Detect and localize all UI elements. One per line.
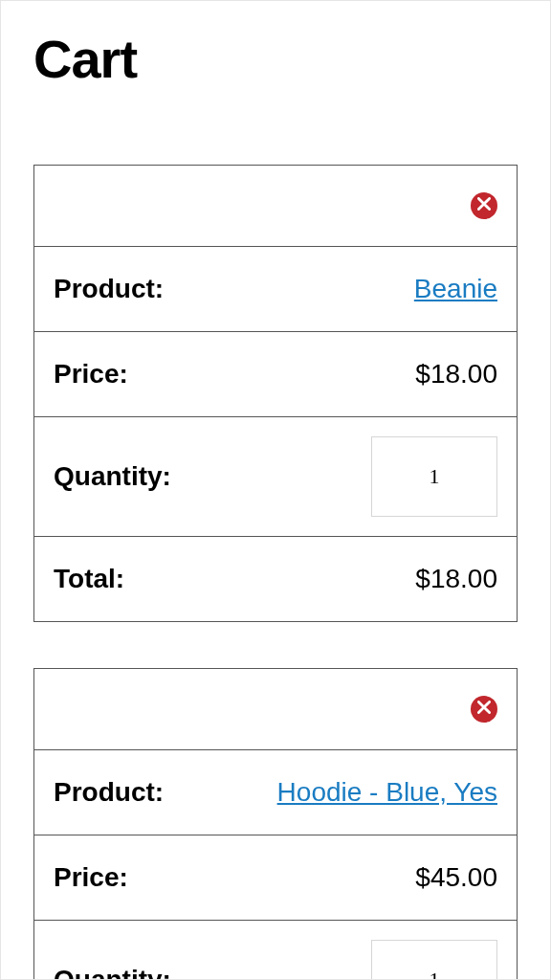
cart-item: Product: Beanie Price: $18.00 Quantity: … [33, 165, 518, 622]
remove-item-button[interactable] [471, 696, 497, 723]
product-label: Product: [54, 274, 164, 304]
product-link[interactable]: Beanie [414, 274, 497, 304]
quantity-row: Quantity: [34, 417, 517, 537]
total-value: $18.00 [415, 564, 497, 594]
quantity-input[interactable] [371, 940, 497, 980]
price-value: $18.00 [415, 359, 497, 390]
remove-item-button[interactable] [471, 192, 497, 219]
page-title: Cart [33, 28, 518, 90]
quantity-input[interactable] [371, 436, 497, 517]
product-row: Product: Hoodie - Blue, Yes [34, 750, 517, 835]
price-row: Price: $45.00 [34, 835, 517, 921]
quantity-label: Quantity: [54, 461, 171, 492]
price-label: Price: [54, 862, 128, 893]
remove-row [34, 669, 517, 750]
total-label: Total: [54, 564, 124, 594]
product-link[interactable]: Hoodie - Blue, Yes [277, 777, 497, 808]
remove-row [34, 166, 517, 247]
product-row: Product: Beanie [34, 247, 517, 332]
close-icon [477, 701, 491, 718]
total-row: Total: $18.00 [34, 537, 517, 621]
product-label: Product: [54, 777, 164, 808]
close-icon [477, 197, 491, 214]
quantity-label: Quantity: [54, 965, 171, 980]
price-row: Price: $18.00 [34, 332, 517, 417]
price-value: $45.00 [415, 862, 497, 893]
quantity-row: Quantity: [34, 921, 517, 980]
price-label: Price: [54, 359, 128, 390]
cart-item: Product: Hoodie - Blue, Yes Price: $45.0… [33, 668, 518, 980]
